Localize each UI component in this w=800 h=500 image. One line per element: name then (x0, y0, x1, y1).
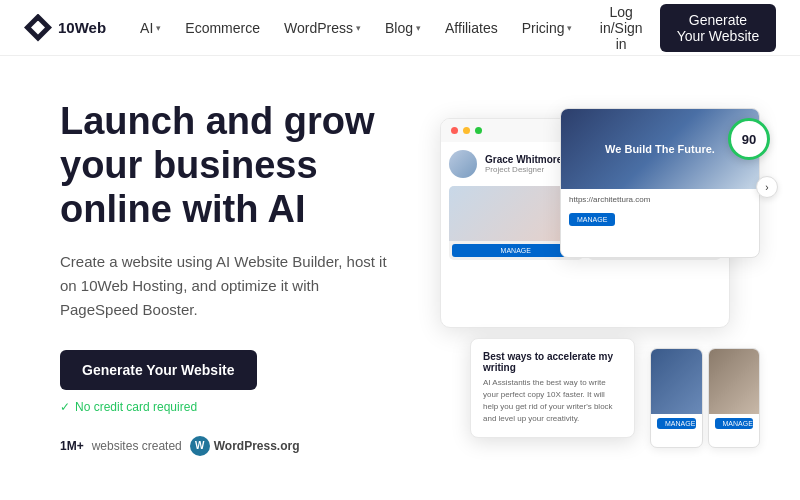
preview-site-title: We Build The Future. (605, 142, 715, 156)
preview-url: https://architettura.com (569, 195, 751, 204)
user-role: Project Designer (485, 165, 562, 174)
dot-red (451, 127, 458, 134)
nav-cta-button[interactable]: Generate Your Website (660, 4, 776, 52)
hero-title: Launch and grow your business online wit… (60, 100, 420, 231)
user-name: Grace Whitmore (485, 154, 562, 165)
chevron-down-icon: ▾ (356, 23, 361, 33)
chevron-down-icon: ▾ (567, 23, 572, 33)
wordpress-logo: W WordPress.org (190, 436, 300, 456)
nav-item-affiliates[interactable]: Affiliates (435, 14, 508, 42)
small-card-1: MANAGE (650, 348, 703, 448)
wp-icon: W (190, 436, 210, 456)
small-card-2: MANAGE (708, 348, 761, 448)
small-card-footer-2: MANAGE (709, 414, 760, 433)
check-icon: ✓ (60, 400, 70, 414)
dot-green (475, 127, 482, 134)
preview-footer: https://architettura.com MANAGE (561, 189, 759, 232)
powered-by: 1M+ websites created W WordPress.org (60, 436, 420, 456)
mockup-container: 90 › Grace Whitmore Project Designer (440, 108, 760, 448)
hero-left: Launch and grow your business online wit… (60, 100, 440, 455)
nav-item-wordpress[interactable]: WordPress ▾ (274, 14, 371, 42)
chevron-down-icon: ▾ (416, 23, 421, 33)
sites-count: 1M+ (60, 439, 84, 453)
carousel-next-button[interactable]: › (756, 176, 778, 198)
nav-item-ai[interactable]: AI ▾ (130, 14, 171, 42)
hero-section: Launch and grow your business online wit… (0, 56, 800, 500)
logo-text: 10Web (58, 19, 106, 36)
dot-yellow (463, 127, 470, 134)
sites-label: websites created (92, 439, 182, 453)
small-card-image-2 (709, 349, 760, 414)
nav-links: AI ▾ Ecommerce WordPress ▾ Blog ▾ Affili… (130, 14, 582, 42)
hero-right: 90 › Grace Whitmore Project Designer (440, 108, 760, 448)
hero-cta-button[interactable]: Generate Your Website (60, 350, 257, 390)
ai-card-text: AI Assistantis the best way to write you… (483, 377, 622, 425)
score-badge: 90 (728, 118, 770, 160)
chevron-down-icon: ▾ (156, 23, 161, 33)
bottom-cards-row: MANAGE MANAGE (650, 348, 760, 448)
login-button[interactable]: Log in/Sign in (582, 0, 659, 59)
hero-subtitle: Create a website using AI Website Builde… (60, 250, 390, 322)
navbar: 10Web AI ▾ Ecommerce WordPress ▾ Blog ▾ … (0, 0, 800, 56)
small-card-image-1 (651, 349, 702, 414)
nav-item-pricing[interactable]: Pricing ▾ (512, 14, 583, 42)
small-card-manage-button-1[interactable]: MANAGE (657, 418, 696, 429)
preview-manage-button[interactable]: MANAGE (569, 213, 615, 226)
small-card-footer-1: MANAGE (651, 414, 702, 433)
logo-icon (24, 14, 52, 42)
avatar (449, 150, 477, 178)
no-credit-card-notice: ✓ No credit card required (60, 400, 420, 414)
ai-card-title: Best ways to accelerate my writing (483, 351, 622, 373)
small-card-manage-button-2[interactable]: MANAGE (715, 418, 754, 429)
profile-info: Grace Whitmore Project Designer (485, 154, 562, 174)
nav-item-ecommerce[interactable]: Ecommerce (175, 14, 270, 42)
preview-hero-image: We Build The Future. (561, 109, 759, 189)
nav-item-blog[interactable]: Blog ▾ (375, 14, 431, 42)
logo[interactable]: 10Web (24, 14, 106, 42)
ai-writing-card: Best ways to accelerate my writing AI As… (470, 338, 635, 438)
